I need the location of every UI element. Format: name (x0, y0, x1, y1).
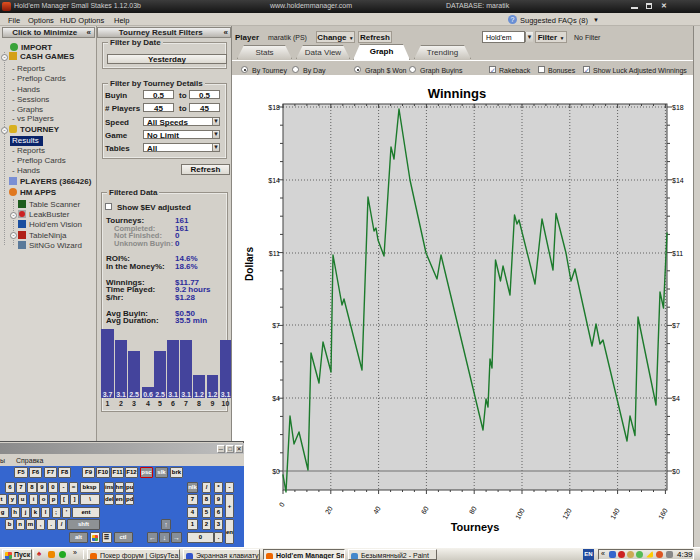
svg-text:$4: $4 (672, 395, 680, 402)
svg-text:$18: $18 (268, 104, 280, 111)
svg-text:60: 60 (420, 505, 430, 515)
svg-text:140: 140 (609, 507, 621, 521)
svg-text:$7: $7 (272, 322, 280, 329)
svg-text:$11: $11 (672, 250, 683, 257)
svg-text:$18: $18 (672, 104, 684, 111)
svg-text:120: 120 (561, 507, 573, 521)
svg-text:Winnings: Winnings (428, 86, 486, 101)
svg-text:$11: $11 (269, 250, 280, 257)
svg-text:$14: $14 (268, 177, 280, 184)
svg-text:80: 80 (468, 505, 478, 515)
svg-text:$0: $0 (672, 468, 680, 475)
svg-text:$14: $14 (672, 177, 684, 184)
svg-text:$0: $0 (272, 468, 280, 475)
svg-text:160: 160 (657, 507, 669, 521)
svg-text:20: 20 (324, 505, 334, 515)
svg-text:0: 0 (278, 501, 286, 508)
svg-text:$7: $7 (672, 322, 680, 329)
svg-text:100: 100 (514, 507, 526, 521)
svg-text:$4: $4 (272, 395, 280, 402)
svg-text:Tourneys: Tourneys (451, 521, 500, 533)
svg-text:Dollars: Dollars (244, 247, 255, 281)
svg-text:40: 40 (372, 505, 382, 515)
